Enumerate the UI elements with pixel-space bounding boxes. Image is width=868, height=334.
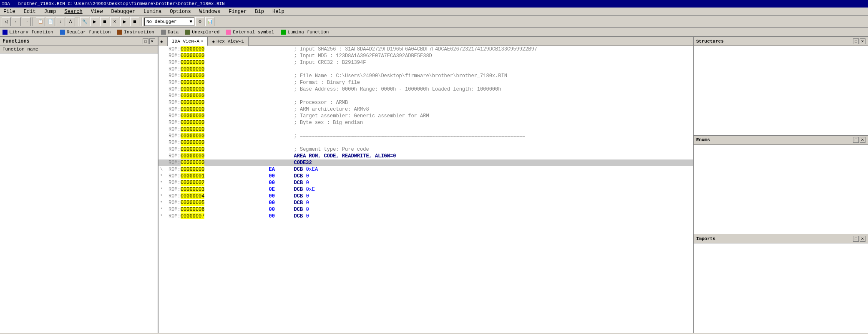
table-row[interactable]: ROM:00000000; Input MD5 : 123D8A1A3962E0… [159,53,693,59]
toolbar-btn-3[interactable]: → [22,17,31,26]
functions-col-name: Function name [3,47,38,52]
code-view[interactable]: ROM:00000000; Input SHA256 : 31AF8DA4D27… [159,46,693,333]
line-arrow: * [159,186,167,193]
table-row[interactable]: ROM:00000000 [159,66,693,73]
menu-item-lumina[interactable]: Lumina [142,8,163,15]
table-row[interactable]: *ROM:000000030EDCB 0xE [159,186,693,193]
table-row[interactable]: \ROM:00000000EADCB 0xEA [159,166,693,173]
toolbar-btn-11[interactable]: ✕ [110,17,119,26]
toolbar-btn-13[interactable]: 📊 [205,17,214,26]
enums-close-btn[interactable]: ✕ [860,137,865,143]
table-row[interactable]: ROM:00000000; File Name : C:\Users\24990… [159,73,693,79]
menu-item-options[interactable]: Options [168,8,192,15]
table-row[interactable]: *ROM:0000000500DCB 0 [159,200,693,206]
toolbar-btn-stop[interactable]: ⏹ [130,17,139,26]
imports-content[interactable] [694,243,868,333]
code-tbody: ROM:00000000; Input SHA256 : 31AF8DA4D27… [159,46,693,220]
table-row[interactable]: ROM:00000000; Target assembler: Generic … [159,113,693,119]
functions-content[interactable] [0,53,158,333]
enums-content[interactable] [694,145,868,234]
line-arrow [159,139,167,146]
table-row[interactable]: *ROM:0000000400DCB 0 [159,193,693,200]
table-row[interactable]: ROM:00000000; Format : Binary file [159,79,693,86]
table-row[interactable]: ROM:00000000AREA ROM, CODE, READWRITE, A… [159,153,693,159]
line-arrow [159,93,167,99]
line-address: ROM:00000000 [167,139,267,146]
legend-bar: Library function Regular function Instru… [0,28,868,37]
toolbar-btn-9[interactable]: ▶ [90,17,99,26]
line-code [284,139,693,146]
line-code: DCB 0 [284,193,693,200]
imports-restore-btn[interactable]: □ [853,236,859,242]
toolbar-btn-12[interactable]: ⚙ [195,17,204,26]
panel-restore-btn[interactable]: □ [143,38,148,44]
menu-item-jump[interactable]: Jump [43,8,58,15]
tab-ida-view-a[interactable]: IDA View-A ✕ [168,37,208,46]
tab-hex-view-1[interactable]: ◈ Hex View-1 [208,37,249,46]
line-bytes [267,106,284,113]
line-code [284,66,693,73]
toolbar-btn-1[interactable]: ◁ [2,17,11,26]
line-code: DCB 0xEA [284,166,693,173]
menu-item-windows[interactable]: Windows [198,8,222,15]
table-row[interactable]: ROM:00000000; ==========================… [159,133,693,139]
toolbar-sep-3 [141,18,143,26]
table-row[interactable]: ROM:00000000 [159,139,693,146]
table-row[interactable]: ROM:00000000; Input SHA256 : 31AF8DA4D27… [159,46,693,53]
structures-content[interactable] [694,46,868,135]
functions-title: Functions [3,38,30,44]
table-row[interactable]: ROM:00000000 [159,93,693,99]
legend-unexplored-dot [185,30,190,35]
line-arrow [159,86,167,93]
toolbar-btn-4[interactable]: 📋 [36,17,45,26]
menu-item-bip[interactable]: Bip [253,8,266,15]
line-bytes: 00 [267,213,284,220]
table-row[interactable]: ROM:00000000; Byte sex : Big endian [159,119,693,126]
line-address: ROM:00000000 [167,119,267,126]
menu-item-debugger[interactable]: Debugger [109,8,137,15]
table-row[interactable]: *ROM:0000000700DCB 0 [159,213,693,220]
line-bytes [267,99,284,106]
menu-item-edit[interactable]: Edit [22,8,38,15]
enums-restore-btn[interactable]: □ [853,137,859,143]
tab-nav-icon[interactable]: ◈ [159,37,168,46]
menu-item-help[interactable]: Help [271,8,286,15]
line-address: ROM:00000000 [167,166,267,173]
toolbar-btn-8[interactable]: 🔧 [80,17,89,26]
toolbar-btn-10[interactable]: ⏹ [100,17,109,26]
line-bytes: 00 [267,180,284,186]
panel-close-btn[interactable]: ✕ [149,38,155,44]
line-bytes [267,119,284,126]
table-row[interactable]: *ROM:0000000600DCB 0 [159,206,693,213]
enums-title: Enums [696,137,710,142]
table-row[interactable]: *ROM:0000000200DCB 0 [159,180,693,186]
line-code: ; Target assembler: Generic assembler fo… [284,113,693,119]
toolbar-btn-5[interactable]: 📄 [46,17,55,26]
menu-item-file[interactable]: File [2,8,17,15]
line-arrow: * [159,173,167,180]
line-bytes [267,159,284,166]
table-row[interactable]: ROM:00000000CODE32 [159,159,693,166]
table-row[interactable]: ROM:00000000; Input CRC32 : B291394F [159,59,693,66]
toolbar-btn-7[interactable]: A [66,17,75,26]
tab-ida-view-a-close[interactable]: ✕ [201,39,203,43]
debugger-dropdown[interactable]: No debugger ▼ [144,18,194,26]
table-row[interactable]: ROM:00000000; Processor : ARMB [159,99,693,106]
menu-item-view[interactable]: View [89,8,105,15]
structures-close-btn[interactable]: ✕ [860,38,865,44]
line-address: ROM:00000000 [167,146,267,153]
menu-item-search[interactable]: Search [63,8,84,15]
table-row[interactable]: ROM:00000000; ARM architecture: ARMv8 [159,106,693,113]
toolbar-btn-6[interactable]: ↓ [56,17,65,26]
table-row[interactable]: ROM:00000000 [159,126,693,133]
structures-restore-btn[interactable]: □ [853,38,859,44]
line-code: ; ======================================… [284,133,693,139]
imports-close-btn[interactable]: ✕ [860,236,865,242]
line-bytes [267,93,284,99]
toolbar-btn-2[interactable]: ← [12,17,21,26]
table-row[interactable]: ROM:00000000; Segment type: Pure code [159,146,693,153]
table-row[interactable]: ROM:00000000; Base Address: 0000h Range:… [159,86,693,93]
table-row[interactable]: *ROM:0000000100DCB 0 [159,173,693,180]
toolbar-btn-play[interactable]: ▶ [120,17,129,26]
menu-item-finger[interactable]: Finger [227,8,248,15]
